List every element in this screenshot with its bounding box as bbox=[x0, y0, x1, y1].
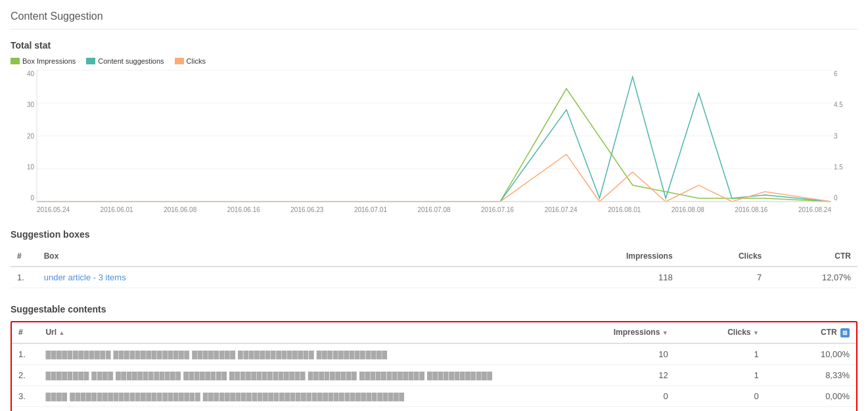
col-header-clicks2[interactable]: Clicks ▼ bbox=[675, 322, 765, 343]
row-num: 4. bbox=[12, 406, 39, 411]
line-content-suggestions bbox=[37, 77, 831, 202]
col-header-num: # bbox=[11, 246, 37, 267]
sort-desc-icon-imp: ▼ bbox=[662, 330, 668, 336]
col-header-box: Box bbox=[37, 246, 572, 267]
row-num: 3. bbox=[12, 385, 39, 406]
blurred-url-2: ████████ ████ ████████████ ████████ ████… bbox=[45, 372, 492, 379]
chart-legend: Box Impressions Content suggestions Clic… bbox=[11, 57, 857, 65]
suggestion-boxes-title: Suggestion boxes bbox=[11, 229, 857, 240]
row-impressions: 118 bbox=[572, 267, 679, 288]
x-axis-labels: 2016.05.24 2016.06.01 2016.06.08 2016.06… bbox=[11, 206, 857, 213]
row-clicks: 7 bbox=[679, 267, 769, 288]
table-row: 2. ████████ ████ ████████████ ████████ █… bbox=[12, 364, 856, 385]
col-header-url[interactable]: Url ▲ bbox=[39, 322, 557, 343]
row-num: 2. bbox=[12, 364, 39, 385]
box-link[interactable]: under article - 3 items bbox=[44, 272, 126, 282]
row-ctr: 10,00% bbox=[765, 343, 856, 365]
row-clicks: 1 bbox=[675, 343, 765, 365]
table-row: 1. ████████████ ██████████████ ████████ … bbox=[12, 343, 856, 365]
blurred-url-3: ████ ████████████████████████ ██████████… bbox=[45, 393, 404, 400]
legend-content-suggestions: Content suggestions bbox=[86, 57, 164, 65]
row-url: ████ ████████████████████████ ██████████… bbox=[39, 385, 557, 406]
legend-box-impressions: Box Impressions bbox=[11, 57, 76, 65]
suggestable-contents-section: Suggestable contents # Url ▲ Impressions… bbox=[11, 304, 857, 411]
row-url: ████████ ████████ ████ ████ ████████ ███… bbox=[39, 406, 557, 411]
suggestable-contents-table: # Url ▲ Impressions ▼ Clicks ▼ CTR ⊞ bbox=[12, 322, 856, 411]
suggestion-boxes-table: # Box Impressions Clicks CTR 1. under ar… bbox=[11, 246, 857, 288]
row-impressions: 10 bbox=[557, 343, 675, 365]
page-title: Content Suggestion bbox=[11, 11, 857, 30]
line-box-impressions bbox=[37, 89, 831, 202]
col-header-ctr: CTR bbox=[768, 246, 857, 267]
row-num: 1. bbox=[11, 267, 37, 288]
legend-label-clicks: Clicks bbox=[187, 57, 206, 65]
line-clicks bbox=[37, 154, 831, 202]
row-ctr: 0,00% bbox=[765, 385, 856, 406]
export-icon[interactable]: ⊞ bbox=[840, 328, 850, 337]
legend-color-box-impressions bbox=[11, 58, 20, 64]
chart-area: 40 30 20 10 0 bbox=[11, 70, 857, 204]
highlighted-table-wrapper: # Url ▲ Impressions ▼ Clicks ▼ CTR ⊞ bbox=[11, 321, 857, 411]
blurred-url-1: ████████████ ██████████████ ████████ ███… bbox=[45, 351, 387, 358]
y-axis-right-labels: 6 4.5 3 1.5 0 bbox=[834, 70, 843, 202]
sort-asc-icon: ▲ bbox=[58, 330, 64, 336]
y-axis-left: 40 30 20 10 0 bbox=[11, 70, 37, 204]
legend-clicks: Clicks bbox=[175, 57, 206, 65]
y-axis-left-labels: 40 30 20 10 0 bbox=[27, 70, 34, 202]
row-impressions: 0 bbox=[557, 406, 675, 411]
row-impressions: 12 bbox=[557, 364, 675, 385]
row-ctr: 0,00% bbox=[765, 406, 856, 411]
row-num: 1. bbox=[12, 343, 39, 365]
col-header-clicks: Clicks bbox=[679, 246, 769, 267]
row-clicks: 0 bbox=[675, 385, 765, 406]
legend-label-box-impressions: Box Impressions bbox=[22, 57, 76, 65]
legend-label-content-suggestions: Content suggestions bbox=[98, 57, 164, 65]
row-box[interactable]: under article - 3 items bbox=[37, 267, 572, 288]
chart-svg bbox=[37, 70, 831, 202]
table-row: 1. under article - 3 items 118 7 12,07% bbox=[11, 267, 857, 288]
col-header-impressions2[interactable]: Impressions ▼ bbox=[557, 322, 675, 343]
suggestion-boxes-section: Suggestion boxes # Box Impressions Click… bbox=[11, 229, 857, 288]
table-row: 4. ████████ ████████ ████ ████ ████████ … bbox=[12, 406, 856, 411]
row-url: ████████ ████ ████████████ ████████ ████… bbox=[39, 364, 557, 385]
chart-main bbox=[37, 70, 831, 204]
total-stat-section: Total stat Box Impressions Content sugge… bbox=[11, 40, 857, 213]
row-ctr: 12,07% bbox=[768, 267, 857, 288]
col-header-ctr2[interactable]: CTR ⊞ bbox=[765, 322, 856, 343]
legend-color-content-suggestions bbox=[86, 58, 95, 64]
row-clicks: 1 bbox=[675, 364, 765, 385]
col-header-num2: # bbox=[12, 322, 39, 343]
row-url: ████████████ ██████████████ ████████ ███… bbox=[39, 343, 557, 365]
y-axis-right: 6 4.5 3 1.5 0 bbox=[831, 70, 857, 204]
sort-desc-icon-clicks: ▼ bbox=[753, 330, 759, 336]
row-clicks: 0 bbox=[675, 406, 765, 411]
table-row: 3. ████ ████████████████████████ ███████… bbox=[12, 385, 856, 406]
row-ctr: 8,33% bbox=[765, 364, 856, 385]
legend-color-clicks bbox=[175, 58, 184, 64]
row-impressions: 0 bbox=[557, 385, 675, 406]
total-stat-title: Total stat bbox=[11, 40, 857, 51]
col-header-impressions: Impressions bbox=[572, 246, 679, 267]
suggestable-contents-title: Suggestable contents bbox=[11, 304, 857, 314]
